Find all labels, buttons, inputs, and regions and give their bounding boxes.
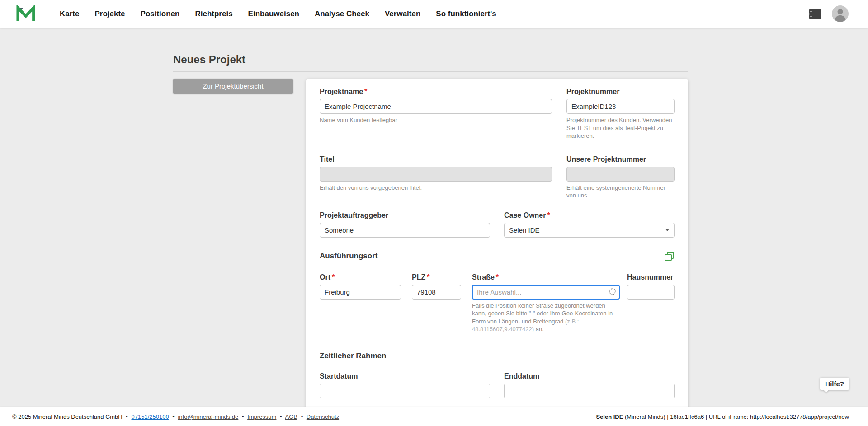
field-unsere-projektnummer: Unsere Projektnummer Erhält eine systemg… <box>566 155 675 200</box>
back-to-project-overview-button[interactable]: Zur Projektübersicht <box>173 79 293 94</box>
case-owner-select[interactable]: Selen IDE <box>504 223 675 238</box>
strasse-help: Falls die Position keiner Straße zugeord… <box>472 302 620 333</box>
nav-item-karte[interactable]: Karte <box>60 9 79 19</box>
unsere-projektnummer-label: Unsere Projektnummer <box>566 155 675 164</box>
ort-label: Ort* <box>320 273 401 281</box>
footer-agb-link[interactable]: AGB <box>285 413 297 420</box>
strasse-label: Straße* <box>472 273 620 281</box>
project-form-card: Projektname* Name vom Kunden festlegbar … <box>306 79 688 409</box>
field-titel: Titel Erhält den von uns vorgegebenen Ti… <box>320 155 552 200</box>
chevron-down-icon <box>665 229 670 231</box>
plz-input[interactable] <box>412 285 461 300</box>
footer: © 2025 Mineral Minds Deutschland GmbH • … <box>0 407 868 426</box>
footer-datenschutz-link[interactable]: Datenschutz <box>307 413 339 420</box>
ort-input[interactable] <box>320 285 401 300</box>
enddatum-input[interactable] <box>504 384 675 398</box>
required-marker: * <box>332 273 335 281</box>
field-strasse: Straße* Falls die Position keiner Straße… <box>472 273 620 333</box>
field-projektauftraggeber: Projektauftraggeber <box>320 211 490 238</box>
copy-location-icon[interactable] <box>664 251 675 262</box>
required-marker: * <box>496 273 499 281</box>
hausnummer-label: Hausnummer <box>627 273 675 281</box>
footer-copyright: © 2025 Mineral Minds Deutschland GmbH <box>12 413 123 420</box>
footer-separator: • <box>280 413 282 420</box>
mineral-minds-logo[interactable] <box>16 5 35 23</box>
nav-item-richtpreis[interactable]: Richtpreis <box>195 9 232 19</box>
unsere-projektnummer-input <box>566 167 675 182</box>
nav-item-so-funktionierts[interactable]: So funktioniert's <box>436 9 496 19</box>
footer-separator: • <box>126 413 128 420</box>
strasse-input[interactable] <box>472 285 620 300</box>
main-content: Neues Projekt Zur Projektübersicht Proje… <box>173 53 688 409</box>
help-button-label: Hilfe? <box>825 380 844 388</box>
nav-item-analyse-check[interactable]: Analyse Check <box>315 9 369 19</box>
nav-item-projekte[interactable]: Projekte <box>94 9 125 19</box>
footer-email-link[interactable]: info@mineral-minds.de <box>178 413 238 420</box>
field-projektname: Projektname* Name vom Kunden festlegbar <box>320 88 552 140</box>
footer-session-info: Selen IDE (Mineral Minds) | 16fae1ffc6a6… <box>596 413 849 420</box>
left-column: Zur Projektübersicht <box>173 79 293 94</box>
help-button[interactable]: Hilfe? <box>820 378 849 390</box>
enddatum-label: Enddatum <box>504 372 675 380</box>
footer-separator: • <box>301 413 303 420</box>
nav-item-positionen[interactable]: Positionen <box>141 9 180 19</box>
help-bubble-tail <box>823 387 829 393</box>
title-divider <box>173 71 688 72</box>
field-projektnummer: Projektnummer Projektnummer des Kunden. … <box>566 88 675 140</box>
projektname-input[interactable] <box>320 99 552 114</box>
startdatum-label: Startdatum <box>320 372 490 380</box>
server-icon[interactable] <box>808 9 822 19</box>
footer-separator: • <box>172 413 175 420</box>
projektname-label: Projektname* <box>320 88 552 96</box>
titel-label: Titel <box>320 155 552 164</box>
field-enddatum: Enddatum <box>504 372 675 398</box>
plz-label: PLZ* <box>412 273 461 281</box>
field-startdatum: Startdatum <box>320 372 490 398</box>
startdatum-input[interactable] <box>320 384 490 398</box>
footer-phone-link[interactable]: 07151/250100 <box>132 413 169 420</box>
field-ort: Ort* <box>320 273 401 333</box>
projektauftraggeber-input[interactable] <box>320 223 490 238</box>
field-plz: PLZ* <box>412 273 461 333</box>
nav-menu: Karte Projekte Positionen Richtpreis Ein… <box>60 9 496 19</box>
nav-item-verwalten[interactable]: Verwalten <box>385 9 420 19</box>
hausnummer-input[interactable] <box>627 285 675 300</box>
field-case-owner: Case Owner* Selen IDE <box>504 211 675 238</box>
section-zeitlicher-rahmen: Zeitlicher Rahmen <box>320 351 675 365</box>
required-marker: * <box>427 273 429 281</box>
required-marker: * <box>364 88 367 95</box>
ausfuehrungsort-title: Ausführungsort <box>320 252 377 261</box>
navbar-right <box>808 5 849 22</box>
projektnummer-input[interactable] <box>566 99 675 114</box>
footer-session-details: (Mineral Minds) | 16fae1ffc6a6 | URL of … <box>623 413 849 420</box>
user-avatar[interactable] <box>832 5 849 22</box>
titel-help: Erhält den von uns vorgegebenen Titel. <box>320 184 552 192</box>
case-owner-value: Selen IDE <box>509 226 540 234</box>
projektnummer-label: Projektnummer <box>566 88 675 96</box>
section-ausfuehrungsort: Ausführungsort <box>320 251 675 266</box>
page-title: Neues Projekt <box>173 53 688 66</box>
navbar: Karte Projekte Positionen Richtpreis Ein… <box>0 0 868 28</box>
projektnummer-help: Projektnummer des Kunden. Verwenden Sie … <box>566 116 675 140</box>
titel-input <box>320 167 552 182</box>
projektname-help: Name vom Kunden festlegbar <box>320 116 552 124</box>
footer-left: © 2025 Mineral Minds Deutschland GmbH • … <box>12 413 341 420</box>
unsere-projektnummer-help: Erhält eine systemgenerierte Nummer von … <box>566 184 675 200</box>
zeitlicher-rahmen-title: Zeitlicher Rahmen <box>320 351 386 360</box>
nav-item-einbauweisen[interactable]: Einbauweisen <box>248 9 299 19</box>
logo-icon <box>16 5 35 23</box>
field-hausnummer: Hausnummer <box>627 273 675 333</box>
required-marker: * <box>547 211 550 219</box>
footer-user-name: Selen IDE <box>596 413 623 420</box>
footer-separator: • <box>242 413 244 420</box>
case-owner-label: Case Owner* <box>504 211 675 220</box>
projektauftraggeber-label: Projektauftraggeber <box>320 211 490 220</box>
footer-impressum-link[interactable]: Impressum <box>247 413 276 420</box>
